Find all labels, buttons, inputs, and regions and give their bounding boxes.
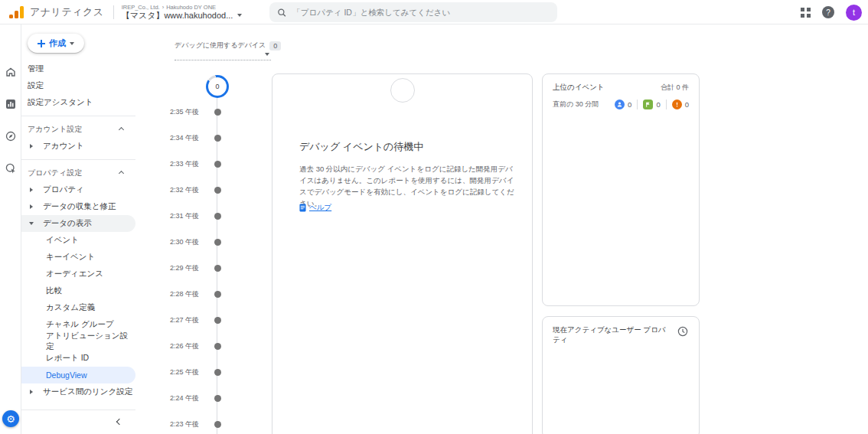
sidebar-item-attribution-settings[interactable]: アトリビューション設定 — [21, 333, 135, 350]
timeline-dot — [214, 239, 221, 246]
sidebar-item-product-links[interactable]: サービス間のリンク設定 — [21, 383, 135, 400]
debug-device-selector[interactable]: デバッグに使用するデバイス 0 — [175, 41, 271, 60]
events-counter: 0 — [615, 100, 631, 109]
timeline-row: 2:32 午後 — [165, 177, 234, 203]
sidebar-item-data-collection[interactable]: データの収集と修正 — [21, 198, 135, 215]
sidebar-item-key-events[interactable]: キーイベント — [21, 249, 135, 266]
divider — [637, 100, 638, 109]
google-analytics-logo[interactable] — [9, 6, 24, 18]
expand-arrow-icon — [30, 204, 33, 209]
chevron-down-icon — [70, 42, 74, 45]
timeline-dot — [214, 187, 221, 194]
reports-icon[interactable] — [5, 98, 17, 110]
timeline-row: 2:35 午後 — [165, 99, 234, 125]
timeline-row: 2:33 午後 — [165, 151, 234, 177]
sidebar-footer — [21, 410, 135, 434]
history-icon[interactable] — [677, 325, 689, 338]
nav-rail: ⚙ — [0, 24, 21, 434]
sidebar-section-account-settings[interactable]: アカウント設定 — [21, 121, 135, 138]
empty-state-body: 過去 30 分以内にデバッグ イベントをログに記録した開発用デバイスはありません… — [299, 163, 518, 209]
timeline-dot — [214, 395, 221, 402]
sidebar-item-account[interactable]: アカウント — [21, 138, 135, 155]
timeline-event-counter: 0 — [206, 75, 229, 98]
timeline-dot — [214, 109, 221, 116]
sidebar-item-setup-assistant[interactable]: 設定アシスタント — [21, 94, 135, 111]
timeline-row: 2:26 午後 — [165, 333, 234, 359]
timeline-row: 2:27 午後 — [165, 307, 234, 333]
timeline-row: 2:25 午後 — [165, 359, 234, 385]
create-button[interactable]: 作成 — [28, 34, 84, 53]
timeline-dot — [214, 369, 221, 376]
expand-arrow-icon — [30, 144, 33, 148]
timeline-dot — [214, 265, 221, 272]
timeline-dot — [214, 135, 221, 142]
avatar[interactable]: t — [846, 5, 862, 21]
timeline-row: 2:24 午後 — [165, 385, 234, 411]
search-icon — [277, 8, 286, 18]
top-events-period: 直前の 30 分間 — [553, 100, 599, 109]
sidebar-item-debugview[interactable]: DebugView — [21, 367, 135, 383]
apps-grid-icon[interactable] — [801, 8, 811, 18]
timeline: 2:35 午後 2:34 午後 2:33 午後 2:32 午後 2:31 午後 … — [165, 99, 234, 434]
user-properties-title: 現在アクティブなユーザー プロパティ — [553, 325, 667, 345]
gear-icon[interactable]: ⚙ — [2, 410, 19, 427]
event-counters: 0 0 0 — [615, 100, 689, 109]
expand-arrow-icon — [30, 188, 33, 192]
timeline-dot — [214, 213, 221, 220]
top-events-title: 上位のイベント — [553, 83, 605, 93]
chevron-down-icon — [237, 14, 242, 17]
sidebar-item-admin[interactable]: 管理 — [21, 60, 135, 77]
timeline-dot — [214, 161, 221, 168]
collapse-arrow-icon — [29, 222, 34, 225]
user-event-icon — [615, 100, 625, 109]
top-events-total: 合計 0 件 — [661, 83, 689, 93]
app-title: アナリティクス — [30, 5, 104, 19]
sidebar-item-audiences[interactable]: オーディエンス — [21, 266, 135, 282]
waiting-spinner — [390, 78, 415, 103]
sidebar-nav: 管理 設定 設定アシスタント アカウント設定 アカウント プロパティ設定 プロパ… — [21, 60, 135, 400]
breadcrumb: IREP_Co., Ltd. › Hakuhodo DY ONE — [122, 4, 243, 11]
key-events-counter: 0 — [643, 100, 660, 109]
plus-icon — [38, 40, 45, 47]
explore-icon[interactable] — [5, 130, 17, 142]
sidebar-item-settings[interactable]: 設定 — [21, 77, 135, 94]
sidebar-item-reporting-identity[interactable]: レポート ID — [21, 350, 135, 367]
breadcrumb-org: Hakuhodo DY ONE — [166, 4, 216, 11]
property-name: 【マスタ】www.hakuhodod... — [122, 11, 233, 21]
user-properties-card: 現在アクティブなユーザー プロパティ — [542, 316, 700, 434]
sidebar-item-custom-definitions[interactable]: カスタム定義 — [21, 299, 135, 316]
divider — [666, 100, 667, 109]
timeline-row: 2:28 午後 — [165, 281, 234, 307]
breadcrumb-separator-icon: › — [162, 4, 165, 11]
app-window: アナリティクス IREP_Co., Ltd. › Hakuhodo DY ONE… — [0, 0, 868, 434]
timeline-row: 2:23 午後 — [165, 411, 234, 434]
flag-icon — [643, 100, 653, 109]
help-link[interactable]: ヘルプ — [299, 203, 331, 213]
timeline-dot — [214, 317, 221, 324]
search-input[interactable] — [292, 8, 550, 17]
sidebar-section-property-settings[interactable]: プロパティ設定 — [21, 165, 135, 181]
top-events-card: 上位のイベント 合計 0 件 直前の 30 分間 0 0 — [542, 73, 700, 306]
timeline-dot — [214, 343, 221, 350]
errors-counter: 0 — [672, 100, 689, 109]
help-icon[interactable]: ? — [822, 6, 834, 18]
timeline-row: 2:30 午後 — [165, 229, 234, 255]
debug-events-panel: デバッグ イベントの待機中 過去 30 分以内にデバッグ イベントをログに記録し… — [272, 73, 533, 434]
search-bar[interactable] — [269, 2, 557, 22]
sidebar-item-property[interactable]: プロパティ — [21, 181, 135, 198]
breadcrumb-account: IREP_Co., Ltd. — [122, 4, 160, 11]
debug-device-label: デバッグに使用するデバイス — [175, 41, 266, 51]
sidebar-item-data-display[interactable]: データの表示 — [21, 215, 135, 232]
error-icon — [672, 100, 682, 109]
expand-arrow-icon — [30, 390, 33, 394]
property-switcher[interactable]: IREP_Co., Ltd. › Hakuhodo DY ONE 【マスタ】ww… — [122, 4, 243, 21]
timeline-row: 2:29 午後 — [165, 255, 234, 281]
advertising-icon[interactable] — [5, 162, 17, 175]
chevron-down-icon — [265, 53, 269, 56]
article-icon — [299, 204, 306, 212]
collapse-sidebar-icon[interactable] — [116, 419, 122, 425]
sidebar-item-comparisons[interactable]: 比較 — [21, 282, 135, 299]
timeline-dot — [214, 421, 221, 428]
home-icon[interactable] — [5, 66, 17, 78]
sidebar-item-events[interactable]: イベント — [21, 232, 135, 249]
